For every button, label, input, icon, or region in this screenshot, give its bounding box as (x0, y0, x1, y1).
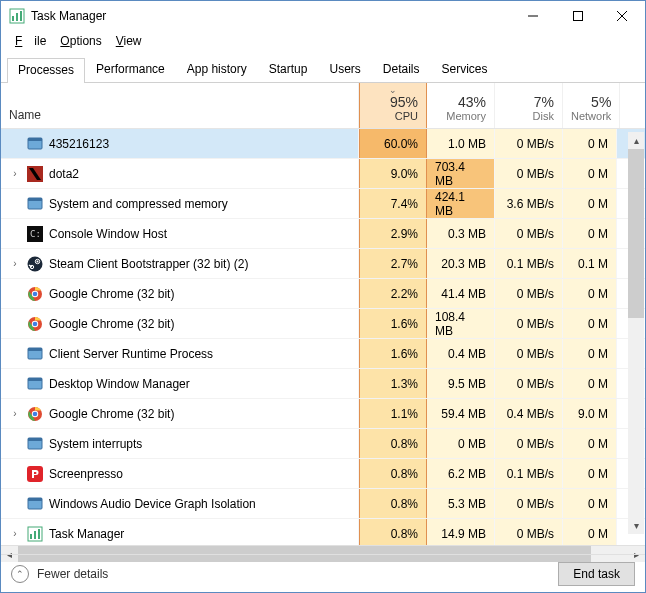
cell-mem: 1.0 MB (427, 129, 495, 158)
chrome-icon (27, 286, 43, 302)
cell-mem: 6.2 MB (427, 459, 495, 488)
header-disk[interactable]: 7%Disk (495, 83, 563, 128)
cell-mem: 41.4 MB (427, 279, 495, 308)
process-name-cell[interactable]: C:Console Window Host (1, 219, 359, 248)
process-name-cell[interactable]: Google Chrome (32 bit) (1, 309, 359, 338)
minimize-button[interactable] (510, 1, 555, 31)
cell-net: 0 M (563, 339, 617, 368)
process-name-cell[interactable]: 435216123 (1, 129, 359, 158)
process-name-cell[interactable]: Windows Audio Device Graph Isolation (1, 489, 359, 518)
vertical-scrollbar[interactable]: ▴ ▾ (628, 132, 644, 534)
scroll-up-icon[interactable]: ▴ (628, 132, 644, 149)
process-name-cell[interactable]: ›Steam Client Bootstrapper (32 bit) (2) (1, 249, 359, 278)
process-row[interactable]: Client Server Runtime Process1.6%0.4 MB0… (1, 339, 645, 369)
window-title: Task Manager (31, 9, 510, 23)
cell-cpu: 0.8% (359, 429, 427, 458)
process-name-label: Google Chrome (32 bit) (49, 287, 174, 301)
process-row[interactable]: Google Chrome (32 bit)1.6%108.4 MB0 MB/s… (1, 309, 645, 339)
process-row[interactable]: System and compressed memory7.4%424.1 MB… (1, 189, 645, 219)
process-name-label: Client Server Runtime Process (49, 347, 213, 361)
process-name-cell[interactable]: ›dota2 (1, 159, 359, 188)
process-row[interactable]: C:Console Window Host2.9%0.3 MB0 MB/s0 M (1, 219, 645, 249)
vscroll-thumb[interactable] (628, 149, 644, 318)
cell-disk: 0.1 MB/s (495, 459, 563, 488)
tab-services[interactable]: Services (431, 57, 499, 82)
svg-rect-5 (573, 12, 582, 21)
titlebar[interactable]: Task Manager (1, 1, 645, 31)
process-name-cell[interactable]: Desktop Window Manager (1, 369, 359, 398)
cell-disk: 0 MB/s (495, 429, 563, 458)
expand-chevron-icon[interactable]: › (9, 258, 21, 269)
svg-rect-38 (28, 498, 42, 501)
process-name-cell[interactable]: Client Server Runtime Process (1, 339, 359, 368)
process-row[interactable]: 43521612360.0%1.0 MB0 MB/s0 M (1, 129, 645, 159)
cell-disk: 3.6 MB/s (495, 189, 563, 218)
system-icon (27, 196, 43, 212)
svg-rect-41 (34, 531, 36, 539)
chrome-icon (27, 316, 43, 332)
cell-disk: 0 MB/s (495, 129, 563, 158)
tab-processes[interactable]: Processes (7, 58, 85, 83)
tab-details[interactable]: Details (372, 57, 431, 82)
expand-chevron-icon[interactable]: › (9, 528, 21, 539)
header-cpu[interactable]: ⌄ 95%CPU (359, 83, 427, 128)
svg-point-33 (33, 411, 38, 416)
maximize-button[interactable] (555, 1, 600, 31)
tab-app-history[interactable]: App history (176, 57, 258, 82)
cell-mem: 108.4 MB (427, 309, 495, 338)
process-name-cell[interactable]: ›Task Manager (1, 519, 359, 545)
cell-net: 0 M (563, 159, 617, 188)
chevron-up-icon: ⌃ (11, 565, 29, 583)
process-row[interactable]: ›dota29.0%703.4 MB0 MB/s0 M (1, 159, 645, 189)
tab-performance[interactable]: Performance (85, 57, 176, 82)
cell-mem: 703.4 MB (427, 159, 495, 188)
process-name-label: Windows Audio Device Graph Isolation (49, 497, 256, 511)
process-row[interactable]: Windows Audio Device Graph Isolation0.8%… (1, 489, 645, 519)
cell-mem: 5.3 MB (427, 489, 495, 518)
cell-net: 0 M (563, 489, 617, 518)
cell-net: 0 M (563, 429, 617, 458)
process-name-label: Google Chrome (32 bit) (49, 407, 174, 421)
tab-users[interactable]: Users (318, 57, 371, 82)
fewer-details-toggle[interactable]: ⌃ Fewer details (11, 565, 108, 583)
system-icon (27, 346, 43, 362)
svg-rect-2 (16, 13, 18, 21)
process-name-cell[interactable]: ›Google Chrome (32 bit) (1, 399, 359, 428)
cell-cpu: 1.6% (359, 309, 427, 338)
menu-options[interactable]: Options (54, 32, 107, 50)
expand-chevron-icon[interactable]: › (9, 408, 21, 419)
process-row[interactable]: ›Task Manager0.8%14.9 MB0 MB/s0 M (1, 519, 645, 545)
header-name[interactable]: Name (1, 83, 359, 128)
process-row[interactable]: ›Steam Client Bootstrapper (32 bit) (2)2… (1, 249, 645, 279)
header-memory[interactable]: 43%Memory (427, 83, 495, 128)
cell-cpu: 9.0% (359, 159, 427, 188)
process-row[interactable]: Google Chrome (32 bit)2.2%41.4 MB0 MB/s0… (1, 279, 645, 309)
scroll-down-icon[interactable]: ▾ (628, 517, 644, 534)
process-name-cell[interactable]: System interrupts (1, 429, 359, 458)
menubar: File Options View (1, 31, 645, 51)
process-row[interactable]: ›Google Chrome (32 bit)1.1%59.4 MB0.4 MB… (1, 399, 645, 429)
tab-startup[interactable]: Startup (258, 57, 319, 82)
cell-disk: 0 MB/s (495, 279, 563, 308)
process-name-cell[interactable]: Screenpresso (1, 459, 359, 488)
menu-file[interactable]: File (9, 32, 52, 50)
svg-rect-9 (28, 138, 42, 141)
end-task-button[interactable]: End task (558, 562, 635, 586)
cell-disk: 0 MB/s (495, 519, 563, 545)
header-network[interactable]: 5%Network (563, 83, 620, 128)
cell-cpu: 60.0% (359, 129, 427, 158)
close-button[interactable] (600, 1, 645, 31)
menu-view[interactable]: View (110, 32, 148, 50)
process-row[interactable]: Desktop Window Manager1.3%9.5 MB0 MB/s0 … (1, 369, 645, 399)
cell-cpu: 1.3% (359, 369, 427, 398)
process-row[interactable]: Screenpresso0.8%6.2 MB0.1 MB/s0 M (1, 459, 645, 489)
svg-text:C:: C: (30, 229, 41, 239)
cell-disk: 0.4 MB/s (495, 399, 563, 428)
cell-net: 0 M (563, 369, 617, 398)
cell-disk: 0 MB/s (495, 159, 563, 188)
process-row[interactable]: System interrupts0.8%0 MB0 MB/s0 M (1, 429, 645, 459)
process-name-cell[interactable]: System and compressed memory (1, 189, 359, 218)
process-name-cell[interactable]: Google Chrome (32 bit) (1, 279, 359, 308)
expand-chevron-icon[interactable]: › (9, 168, 21, 179)
cell-net: 0.1 M (563, 249, 617, 278)
